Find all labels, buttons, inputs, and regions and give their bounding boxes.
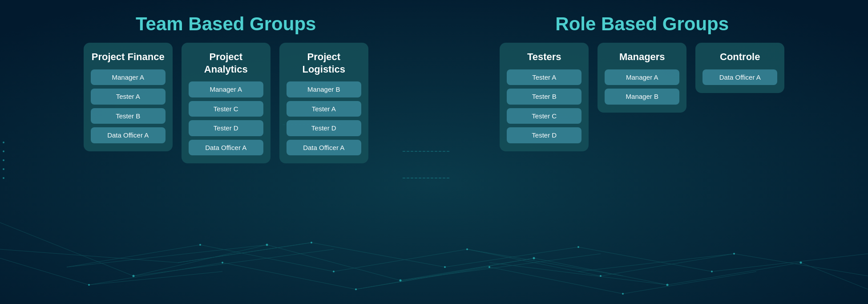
group-title-testers: Testers — [527, 51, 561, 63]
group-title-project-logistics: Project Logistics — [287, 51, 361, 75]
member-badge: Data Officer A — [702, 69, 777, 85]
member-badge: Tester C — [507, 108, 581, 124]
role-groups-row: Testers Tester A Tester B Tester C Teste… — [434, 43, 851, 151]
group-card-managers: Managers Manager A Manager B — [598, 43, 686, 113]
group-card-controle: Controle Data Officer A — [695, 43, 784, 93]
team-groups-row: Project Finance Manager A Tester A Teste… — [18, 43, 434, 163]
role-section-header: Role Based Groups — [555, 13, 729, 35]
group-card-project-logistics: Project Logistics Manager B Tester A Tes… — [279, 43, 368, 163]
member-badge: Tester B — [91, 108, 166, 124]
member-badge: Data Officer A — [189, 140, 263, 156]
main-container: Team Based Groups Project Finance Manage… — [0, 0, 868, 304]
group-title-managers: Managers — [619, 51, 665, 63]
member-badge: Tester A — [91, 89, 166, 105]
group-card-project-finance: Project Finance Manager A Tester A Teste… — [84, 43, 173, 151]
member-badge: Manager B — [287, 81, 361, 97]
group-card-testers: Testers Tester A Tester B Tester C Teste… — [500, 43, 589, 151]
member-badge: Manager A — [189, 81, 263, 97]
member-badge: Tester D — [507, 127, 581, 143]
team-section-header: Team Based Groups — [136, 13, 316, 35]
group-title-project-analytics: Project Analytics — [189, 51, 263, 75]
group-title-project-finance: Project Finance — [92, 51, 165, 63]
group-title-controle: Controle — [720, 51, 760, 63]
sections-row: Team Based Groups Project Finance Manage… — [18, 13, 850, 163]
member-badge: Tester B — [507, 89, 581, 105]
member-badge: Tester A — [287, 101, 361, 117]
member-badge: Data Officer A — [287, 140, 361, 156]
member-badge: Tester C — [189, 101, 263, 117]
team-section: Team Based Groups Project Finance Manage… — [18, 13, 434, 163]
member-badge: Tester A — [507, 69, 581, 85]
member-badge: Data Officer A — [91, 127, 166, 143]
member-badge: Manager A — [605, 69, 679, 85]
role-section: Role Based Groups Testers Tester A Teste… — [434, 13, 851, 151]
member-badge: Tester D — [189, 120, 263, 136]
member-badge: Manager A — [91, 69, 166, 85]
group-card-project-analytics: Project Analytics Manager A Tester C Tes… — [182, 43, 270, 163]
member-badge: Manager B — [605, 89, 679, 105]
member-badge: Tester D — [287, 120, 361, 136]
